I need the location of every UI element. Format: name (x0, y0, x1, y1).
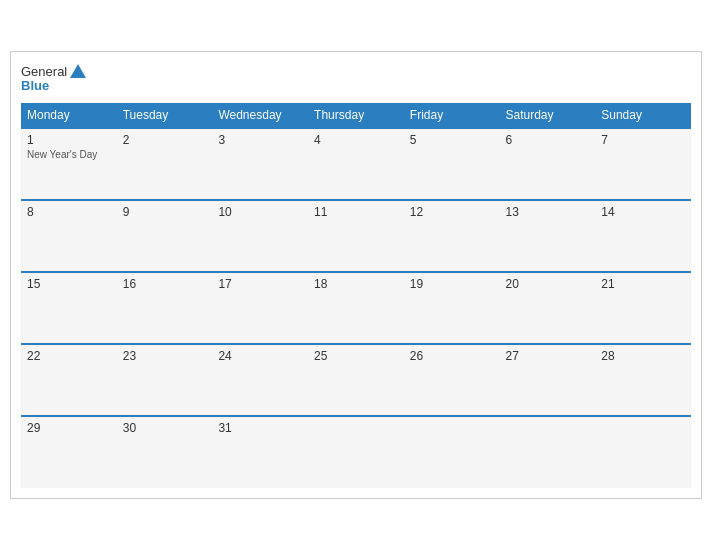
day-number: 23 (123, 349, 207, 363)
calendar-cell: 26 (404, 344, 500, 416)
day-number: 28 (601, 349, 685, 363)
day-number: 10 (218, 205, 302, 219)
calendar-container: General Blue MondayTuesdayWednesdayThurs… (10, 51, 702, 499)
calendar-cell: 25 (308, 344, 404, 416)
calendar-cell: 29 (21, 416, 117, 488)
calendar-cell: 14 (595, 200, 691, 272)
week-row-5: 293031 (21, 416, 691, 488)
day-number: 25 (314, 349, 398, 363)
calendar-cell: 24 (212, 344, 308, 416)
day-number: 13 (506, 205, 590, 219)
calendar-cell: 15 (21, 272, 117, 344)
calendar-cell (500, 416, 596, 488)
day-header-saturday: Saturday (500, 103, 596, 128)
day-number: 7 (601, 133, 685, 147)
week-row-1: 1New Year's Day234567 (21, 128, 691, 200)
calendar-cell: 21 (595, 272, 691, 344)
calendar-cell: 10 (212, 200, 308, 272)
day-number: 26 (410, 349, 494, 363)
day-number: 12 (410, 205, 494, 219)
day-number: 19 (410, 277, 494, 291)
day-number: 20 (506, 277, 590, 291)
day-number: 1 (27, 133, 111, 147)
day-number: 29 (27, 421, 111, 435)
calendar-cell (308, 416, 404, 488)
calendar-cell (404, 416, 500, 488)
day-number: 8 (27, 205, 111, 219)
logo-flag-icon (69, 62, 87, 80)
day-number: 5 (410, 133, 494, 147)
calendar-cell: 9 (117, 200, 213, 272)
day-number: 15 (27, 277, 111, 291)
calendar-cell: 7 (595, 128, 691, 200)
calendar-cell: 13 (500, 200, 596, 272)
day-number: 16 (123, 277, 207, 291)
calendar-cell: 8 (21, 200, 117, 272)
calendar-tbody: 1New Year's Day2345678910111213141516171… (21, 128, 691, 488)
day-number: 6 (506, 133, 590, 147)
calendar-cell: 23 (117, 344, 213, 416)
day-number: 2 (123, 133, 207, 147)
calendar-cell: 27 (500, 344, 596, 416)
week-row-2: 891011121314 (21, 200, 691, 272)
calendar-cell: 2 (117, 128, 213, 200)
day-header-monday: Monday (21, 103, 117, 128)
day-number: 17 (218, 277, 302, 291)
calendar-thead: MondayTuesdayWednesdayThursdayFridaySatu… (21, 103, 691, 128)
day-number: 30 (123, 421, 207, 435)
calendar-cell: 18 (308, 272, 404, 344)
calendar-cell: 28 (595, 344, 691, 416)
day-header-friday: Friday (404, 103, 500, 128)
day-number: 24 (218, 349, 302, 363)
day-number: 14 (601, 205, 685, 219)
day-header-thursday: Thursday (308, 103, 404, 128)
holiday-label: New Year's Day (27, 149, 111, 160)
calendar-cell: 30 (117, 416, 213, 488)
day-number: 4 (314, 133, 398, 147)
calendar-cell: 22 (21, 344, 117, 416)
calendar-header: General Blue (21, 62, 691, 93)
day-number: 18 (314, 277, 398, 291)
day-number: 21 (601, 277, 685, 291)
day-header-sunday: Sunday (595, 103, 691, 128)
day-number: 31 (218, 421, 302, 435)
calendar-cell: 20 (500, 272, 596, 344)
calendar-cell: 12 (404, 200, 500, 272)
calendar-cell: 17 (212, 272, 308, 344)
calendar-cell: 6 (500, 128, 596, 200)
logo-blue-text: Blue (21, 78, 49, 93)
day-header-tuesday: Tuesday (117, 103, 213, 128)
calendar-cell: 16 (117, 272, 213, 344)
logo-area: General Blue (21, 62, 87, 93)
svg-marker-0 (70, 64, 86, 78)
day-number: 9 (123, 205, 207, 219)
day-number: 3 (218, 133, 302, 147)
logo-general-text: General (21, 64, 67, 79)
calendar-cell: 3 (212, 128, 308, 200)
calendar-cell: 1New Year's Day (21, 128, 117, 200)
calendar-cell: 4 (308, 128, 404, 200)
day-header-wednesday: Wednesday (212, 103, 308, 128)
calendar-table: MondayTuesdayWednesdayThursdayFridaySatu… (21, 103, 691, 488)
calendar-cell: 5 (404, 128, 500, 200)
day-number: 22 (27, 349, 111, 363)
days-header-row: MondayTuesdayWednesdayThursdayFridaySatu… (21, 103, 691, 128)
calendar-cell: 31 (212, 416, 308, 488)
day-number: 11 (314, 205, 398, 219)
calendar-cell: 11 (308, 200, 404, 272)
calendar-cell: 19 (404, 272, 500, 344)
week-row-4: 22232425262728 (21, 344, 691, 416)
week-row-3: 15161718192021 (21, 272, 691, 344)
calendar-cell (595, 416, 691, 488)
day-number: 27 (506, 349, 590, 363)
